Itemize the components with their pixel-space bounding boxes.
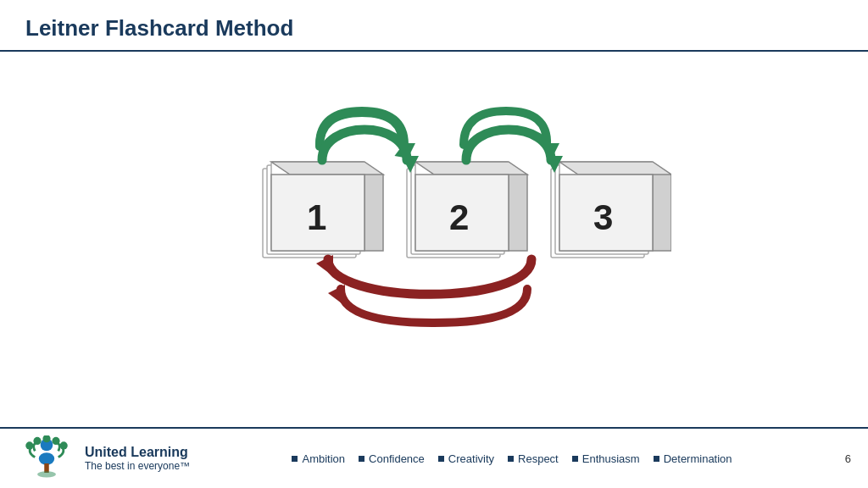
value-dot xyxy=(572,456,578,462)
value-label: Enthusiasm xyxy=(582,452,640,465)
svg-point-33 xyxy=(60,441,68,449)
footer-value-ambition: Ambition xyxy=(292,452,345,465)
flashcard-box-1: 1 xyxy=(263,162,383,258)
footer-value-determination: Determination xyxy=(654,452,732,465)
value-label: Creativity xyxy=(448,452,494,465)
svg-marker-22 xyxy=(559,162,671,175)
svg-marker-15 xyxy=(415,162,527,175)
svg-point-32 xyxy=(25,441,33,449)
logo-sub-text: The best in everyone™ xyxy=(85,460,190,472)
page-header: Leitner Flashcard Method xyxy=(0,0,868,52)
united-learning-logo xyxy=(17,435,76,482)
footer-value-enthusiasm: Enthusiasm xyxy=(572,452,640,465)
svg-point-29 xyxy=(39,452,54,465)
svg-text:1: 1 xyxy=(307,197,326,237)
svg-point-31 xyxy=(52,436,59,444)
leitner-diagram: 1 2 xyxy=(197,94,671,340)
page-title: Leitner Flashcard Method xyxy=(25,15,843,42)
svg-point-30 xyxy=(33,436,41,444)
value-label: Respect xyxy=(518,452,559,465)
main-content: 1 2 xyxy=(0,52,868,382)
logo-text-container: United Learning The best in everyone™ xyxy=(85,445,190,472)
svg-marker-3 xyxy=(328,285,345,306)
svg-marker-21 xyxy=(653,166,671,251)
value-dot xyxy=(359,456,364,462)
svg-point-36 xyxy=(37,471,56,477)
footer-value-respect: Respect xyxy=(508,452,559,465)
value-dot xyxy=(654,456,659,462)
page-number: 6 xyxy=(834,452,851,465)
value-label: Ambition xyxy=(302,452,345,465)
footer-values: AmbitionConfidenceCreativityRespectEnthu… xyxy=(190,452,834,465)
value-label: Determination xyxy=(664,452,732,465)
value-dot xyxy=(438,456,444,462)
svg-marker-8 xyxy=(271,162,383,175)
svg-text:2: 2 xyxy=(449,197,469,237)
footer: United Learning The best in everyone™ Am… xyxy=(0,427,868,488)
footer-value-creativity: Creativity xyxy=(438,452,494,465)
svg-text:3: 3 xyxy=(593,197,613,237)
value-dot xyxy=(508,456,514,462)
logo-main-text: United Learning xyxy=(85,445,190,460)
svg-marker-7 xyxy=(364,166,383,251)
svg-marker-14 xyxy=(509,166,527,251)
footer-value-confidence: Confidence xyxy=(359,452,425,465)
value-dot xyxy=(292,456,298,462)
flashcard-box-2: 2 xyxy=(407,162,527,258)
value-label: Confidence xyxy=(369,452,425,465)
flashcard-box-3: 3 xyxy=(551,162,671,258)
footer-logo: United Learning The best in everyone™ xyxy=(17,435,190,482)
